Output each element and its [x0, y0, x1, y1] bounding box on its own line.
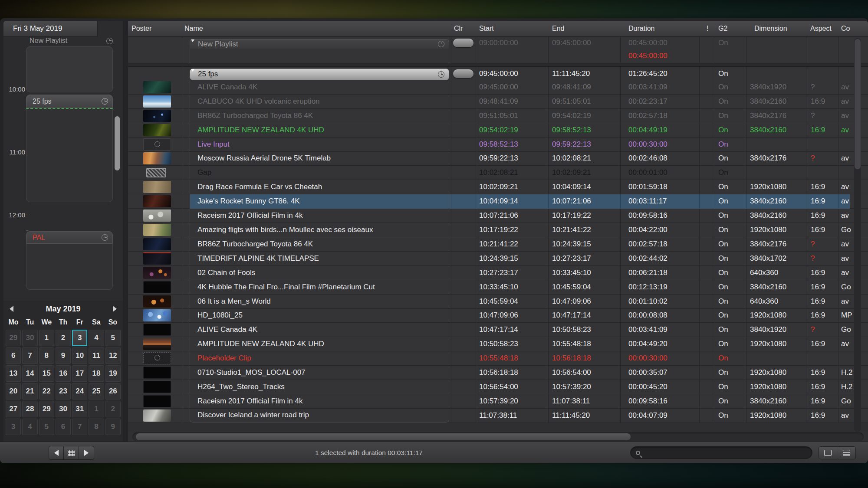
sidebar-scrollbar-thumb[interactable]: [115, 116, 120, 170]
calendar-day[interactable]: 19: [105, 365, 121, 382]
calendar-day[interactable]: 25: [89, 383, 104, 400]
table-row[interactable]: ALIVE Canada 4K 09:45:00:00 09:48:41:09 …: [128, 80, 868, 95]
group-body-new-playlist[interactable]: 00:45:00:00: [128, 49, 868, 63]
panel-view-button[interactable]: [819, 446, 837, 459]
previous-day-button[interactable]: [49, 446, 64, 460]
calendar-day[interactable]: 7: [22, 347, 37, 364]
calendar-day[interactable]: 6: [6, 347, 21, 364]
column-header-poster[interactable]: Poster: [128, 25, 182, 33]
vertical-scrollbar-thumb[interactable]: [855, 39, 861, 169]
list-view-button[interactable]: [837, 446, 856, 459]
calendar-day[interactable]: 8: [39, 347, 54, 364]
column-header-name[interactable]: Name: [182, 25, 451, 33]
clr-pill-button[interactable]: [453, 39, 473, 47]
vertical-scrollbar[interactable]: [854, 38, 861, 432]
table-header-row[interactable]: Poster Name Clr Start End Duration ! G2 …: [128, 21, 868, 37]
column-header-clr[interactable]: Clr: [451, 25, 476, 33]
calendar-day[interactable]: 7: [72, 419, 87, 435]
calendar-next-month-button[interactable]: [113, 306, 117, 312]
calendar-day[interactable]: 1: [89, 401, 104, 417]
table-row[interactable]: Gap 10:02:08:21 10:02:09:21 00:00:01:00 …: [128, 166, 868, 180]
calendar-day[interactable]: 11: [89, 347, 104, 364]
calendar-day[interactable]: 5: [105, 330, 121, 346]
column-header-codec[interactable]: Co: [838, 25, 868, 33]
calendar-day[interactable]: 21: [22, 383, 37, 400]
table-row[interactable]: HD_1080i_25 10:47:09:06 10:47:17:14 00:0…: [128, 309, 868, 323]
calendar-day[interactable]: 18: [89, 365, 104, 382]
column-header-warning[interactable]: !: [700, 25, 715, 33]
calendar-day[interactable]: 30: [56, 401, 71, 417]
timeline-playlist-label-new-playlist[interactable]: New Playlist: [30, 37, 113, 46]
timeline-block-pal[interactable]: [26, 244, 113, 290]
calendar-day[interactable]: 5: [39, 419, 54, 435]
calendar-day[interactable]: 26: [105, 383, 121, 400]
next-day-button[interactable]: [79, 446, 94, 460]
calendar-day[interactable]: 14: [22, 365, 37, 382]
table-row[interactable]: Moscow Russia Aerial Drone 5K Timelab 09…: [128, 152, 868, 166]
calendar-day[interactable]: 20: [6, 383, 21, 400]
timeline-panel[interactable]: 10:00 11:00 12:00 New Playlist: [3, 37, 123, 292]
timeline-block-new-playlist[interactable]: [26, 46, 113, 92]
calendar-day[interactable]: 8: [89, 419, 104, 435]
table-row[interactable]: ALIVE Canada 4K 10:47:17:14 10:50:58:23 …: [128, 323, 868, 337]
column-header-duration[interactable]: Duration: [621, 25, 700, 33]
calendar-day[interactable]: 30: [22, 330, 37, 346]
calendar-day[interactable]: 1: [39, 330, 54, 346]
calendar-day[interactable]: 16: [56, 365, 71, 382]
disclosure-triangle-icon[interactable]: [191, 69, 194, 72]
group-row-new-playlist[interactable]: New Playlist 09:00:00:00 09:45:00:00 00:…: [128, 37, 868, 49]
calendar-day[interactable]: 24: [72, 383, 87, 400]
calendar-day[interactable]: 28: [22, 401, 37, 417]
table-row[interactable]: TIMEDRIFT ALPINE 4K TIMELAPSE 10:24:39:1…: [128, 252, 868, 266]
calendar-day[interactable]: 4: [89, 330, 104, 346]
table-row[interactable]: Raceism 2017 Official Film in 4k 10:07:2…: [128, 209, 868, 223]
calendar-day[interactable]: 9: [56, 347, 71, 364]
calendar-day[interactable]: 12: [105, 347, 121, 364]
timeline-playlist-label-pal[interactable]: PAL: [26, 231, 113, 244]
disclosure-triangle-icon[interactable]: [191, 39, 194, 42]
calendar-day[interactable]: 23: [56, 383, 71, 400]
table-row[interactable]: 4K Hubble The Final Fro...Final Film #Pl…: [128, 280, 868, 295]
calendar-day[interactable]: 31: [72, 401, 87, 417]
column-header-dimension[interactable]: Dimension: [746, 25, 806, 33]
table-row[interactable]: Raceism 2017 Official Film in 4k 10:57:3…: [128, 394, 868, 409]
horizontal-scrollbar[interactable]: [132, 432, 864, 441]
horizontal-scrollbar-thumb[interactable]: [136, 433, 631, 440]
calendar-day[interactable]: 3: [6, 419, 21, 435]
group-bar-25fps[interactable]: 25 fps: [190, 69, 449, 80]
calendar-day[interactable]: 22: [39, 383, 54, 400]
clr-pill-button[interactable]: [453, 69, 473, 78]
table-row[interactable]: AMPLITUDE NEW ZEALAND 4K UHD 09:54:02:19…: [128, 123, 868, 138]
go-to-date-button[interactable]: [64, 446, 79, 460]
column-header-end[interactable]: End: [549, 25, 621, 33]
table-row[interactable]: Amazing fligts with birds...n Moullec av…: [128, 223, 868, 237]
calendar-day[interactable]: 13: [6, 365, 21, 382]
calendar-day[interactable]: 6: [56, 419, 71, 435]
group-row-25fps[interactable]: 25 fps 09:45:00:00 11:11:45:20 01:26:45:…: [128, 67, 868, 80]
table-row[interactable]: Discover Iceland a winter road trip 11:0…: [128, 409, 868, 423]
table-row[interactable]: Live Input 09:58:52:13 09:59:22:13 00:00…: [128, 138, 868, 152]
table-row[interactable]: H264_Two_Stereo_Tracks 10:56:54:00 10:57…: [128, 380, 868, 394]
timeline-playlist-label-25fps[interactable]: 25 fps: [26, 95, 113, 108]
table-row[interactable]: CALBUCO 4K UHD volcanic eruption 09:48:4…: [128, 95, 868, 109]
column-header-aspect[interactable]: Aspect: [806, 25, 838, 33]
table-row[interactable]: BR86Z Turbocharged Toyota 86 4K 09:51:05…: [128, 109, 868, 123]
search-field[interactable]: [630, 446, 812, 459]
calendar-day[interactable]: 2: [56, 330, 71, 346]
timeline-block-25fps[interactable]: [26, 108, 113, 202]
calendar-day[interactable]: 29: [39, 401, 54, 417]
table-row[interactable]: Placeholder Clip 10:55:48:18 10:56:18:18…: [128, 351, 868, 366]
calendar-day[interactable]: 17: [72, 365, 87, 382]
calendar-day[interactable]: 27: [6, 401, 21, 417]
column-header-g2[interactable]: G2: [715, 25, 746, 33]
calendar-day[interactable]: 4: [22, 419, 37, 435]
group-bar-new-playlist[interactable]: New Playlist: [190, 39, 449, 49]
table-row[interactable]: Drag Race Formula E Car vs Cheetah 10:02…: [128, 180, 868, 194]
calendar-day[interactable]: 9: [105, 419, 121, 435]
table-row[interactable]: 0710-Studio1_MOS_LOCAL-007 10:56:18:18 1…: [128, 366, 868, 380]
calendar-day[interactable]: 29: [6, 330, 21, 346]
search-input[interactable]: [644, 449, 800, 456]
calendar-day[interactable]: 3: [72, 330, 87, 346]
table-row[interactable]: Jake's Rocket Bunny GT86. 4K 10:04:09:14…: [128, 194, 868, 209]
table-row[interactable]: 02 Chain of Fools 10:27:23:17 10:33:45:1…: [128, 266, 868, 280]
